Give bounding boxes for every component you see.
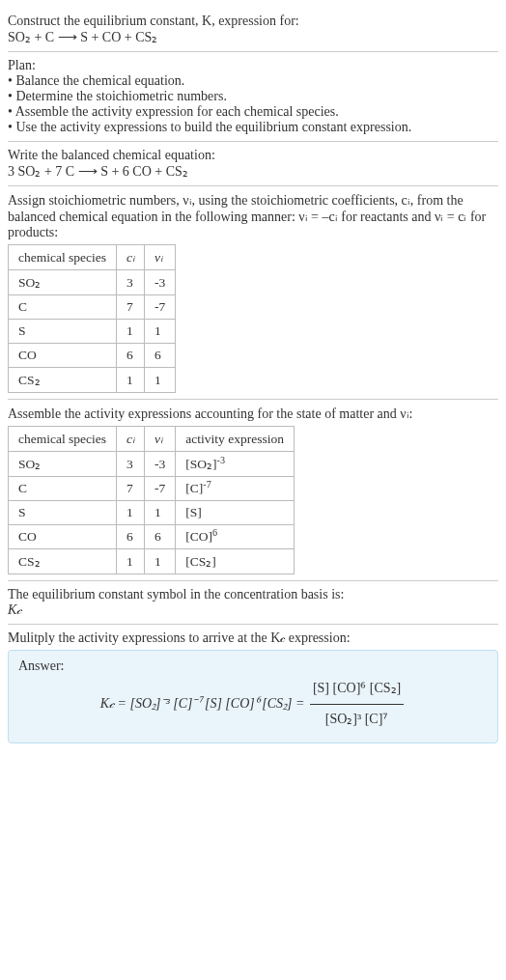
- th-ci: cᵢ: [117, 427, 145, 452]
- cell-ci: 1: [117, 549, 145, 574]
- table-row: SO₂ 3 -3: [9, 270, 176, 295]
- cell-species: CS₂: [9, 368, 117, 393]
- multiply-section: Mulitply the activity expressions to arr…: [8, 625, 498, 749]
- table-row: CO 6 6 [CO]6: [9, 525, 295, 549]
- answer-label: Answer:: [18, 658, 488, 674]
- table-row: SO₂ 3 -3 [SO₂]-3: [9, 452, 295, 477]
- answer-fraction: [S] [CO]⁶ [CS₂] [SO₂]³ [C]⁷: [310, 674, 404, 735]
- cell-vi: 1: [145, 368, 176, 393]
- cell-vi: 1: [145, 320, 176, 344]
- prompt-section: Construct the equilibrium constant, K, e…: [8, 8, 498, 52]
- table-row: S 1 1 [S]: [9, 501, 295, 525]
- cell-species: CO: [9, 344, 117, 368]
- table-row: C 7 -7 [C]-7: [9, 477, 295, 501]
- cell-activity: [CO]6: [176, 525, 295, 549]
- plan-section: Plan: • Balance the chemical equation. •…: [8, 52, 498, 142]
- th-species: chemical species: [9, 245, 117, 270]
- assign-section: Assign stoichiometric numbers, νᵢ, using…: [8, 186, 498, 400]
- cell-ci: 1: [117, 320, 145, 344]
- th-activity: activity expression: [176, 427, 295, 452]
- th-ci: cᵢ: [117, 245, 145, 270]
- stoich-table: chemical species cᵢ νᵢ SO₂ 3 -3 C 7 -7 S…: [8, 244, 176, 393]
- activity-table: chemical species cᵢ νᵢ activity expressi…: [8, 426, 295, 574]
- cell-species: S: [9, 320, 117, 344]
- cell-species: CS₂: [9, 549, 117, 574]
- cell-vi: -7: [145, 295, 176, 320]
- plan-header: Plan:: [8, 58, 498, 73]
- table-header-row: chemical species cᵢ νᵢ activity expressi…: [9, 427, 295, 452]
- cell-ci: 6: [117, 344, 145, 368]
- eq-arrow: ⟶: [58, 30, 77, 44]
- cell-species: C: [9, 295, 117, 320]
- kc-symbol-text: The equilibrium constant symbol in the c…: [8, 587, 498, 602]
- cell-species: SO₂: [9, 270, 117, 295]
- kc-symbol: K𝒸: [8, 602, 498, 618]
- cell-vi: -3: [145, 270, 176, 295]
- cell-vi: -3: [145, 452, 176, 477]
- plan-item: • Assemble the activity expression for e…: [8, 104, 498, 120]
- cell-ci: 7: [117, 295, 145, 320]
- cell-vi: 1: [145, 501, 176, 525]
- answer-numerator: [S] [CO]⁶ [CS₂]: [310, 674, 404, 705]
- table-row: C 7 -7: [9, 295, 176, 320]
- balanced-section: Write the balanced chemical equation: 3 …: [8, 142, 498, 186]
- cell-vi: 6: [145, 525, 176, 549]
- assign-text: Assign stoichiometric numbers, νᵢ, using…: [8, 192, 498, 240]
- th-vi: νᵢ: [145, 427, 176, 452]
- cell-vi: 1: [145, 549, 176, 574]
- cell-ci: 1: [117, 501, 145, 525]
- kc-symbol-section: The equilibrium constant symbol in the c…: [8, 581, 498, 625]
- plan-item: • Determine the stoichiometric numbers.: [8, 89, 498, 104]
- prompt-equation: SO₂ + C ⟶ S + CO + CS₂: [8, 29, 498, 45]
- cell-ci: 1: [117, 368, 145, 393]
- multiply-text: Mulitply the activity expressions to arr…: [8, 630, 498, 646]
- answer-box: Answer: K𝒸 = [SO₂]⁻³ [C]⁻⁷ [S] [CO]⁶ [CS…: [8, 650, 498, 743]
- cell-activity: [SO₂]-3: [176, 452, 295, 477]
- eq-rhs: S + CO + CS₂: [80, 30, 157, 44]
- table-row: CS₂ 1 1 [CS₂]: [9, 549, 295, 574]
- cell-activity: [CS₂]: [176, 549, 295, 574]
- cell-ci: 3: [117, 452, 145, 477]
- answer-denominator: [SO₂]³ [C]⁷: [310, 705, 404, 735]
- cell-activity: [C]-7: [176, 477, 295, 501]
- table-row: CO 6 6: [9, 344, 176, 368]
- activity-section: Assemble the activity expressions accoun…: [8, 400, 498, 581]
- cell-activity: [S]: [176, 501, 295, 525]
- cell-ci: 7: [117, 477, 145, 501]
- cell-vi: -7: [145, 477, 176, 501]
- table-row: CS₂ 1 1: [9, 368, 176, 393]
- cell-species: CO: [9, 525, 117, 549]
- cell-species: SO₂: [9, 452, 117, 477]
- plan-item: • Use the activity expressions to build …: [8, 120, 498, 135]
- table-row: S 1 1: [9, 320, 176, 344]
- cell-species: S: [9, 501, 117, 525]
- answer-expression: K𝒸 = [SO₂]⁻³ [C]⁻⁷ [S] [CO]⁶ [CS₂] = [S]…: [18, 674, 488, 735]
- cell-species: C: [9, 477, 117, 501]
- balanced-equation: 3 SO₂ + 7 C ⟶ S + 6 CO + CS₂: [8, 163, 498, 180]
- th-species: chemical species: [9, 427, 117, 452]
- table-header-row: chemical species cᵢ νᵢ: [9, 245, 176, 270]
- activity-text: Assemble the activity expressions accoun…: [8, 406, 498, 422]
- eq-lhs: SO₂ + C: [8, 30, 54, 44]
- th-vi: νᵢ: [145, 245, 176, 270]
- cell-ci: 3: [117, 270, 145, 295]
- prompt-line1: Construct the equilibrium constant, K, e…: [8, 14, 498, 29]
- cell-ci: 6: [117, 525, 145, 549]
- plan-item: • Balance the chemical equation.: [8, 73, 498, 89]
- balanced-header: Write the balanced chemical equation:: [8, 148, 498, 163]
- cell-vi: 6: [145, 344, 176, 368]
- answer-lhs: K𝒸 = [SO₂]⁻³ [C]⁻⁷ [S] [CO]⁶ [CS₂] =: [100, 696, 305, 711]
